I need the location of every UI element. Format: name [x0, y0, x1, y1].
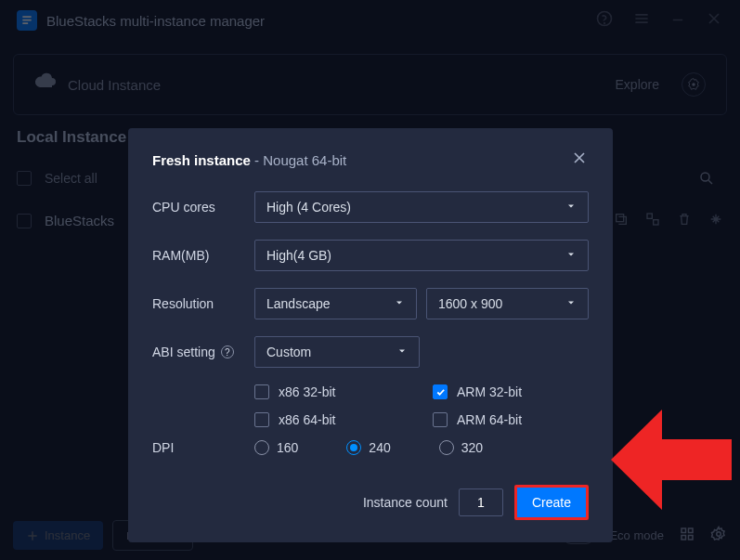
abi-select[interactable]: Custom	[254, 336, 420, 368]
close-icon[interactable]	[570, 149, 589, 171]
chevron-down-icon	[396, 345, 408, 359]
grid-icon[interactable]	[679, 526, 695, 546]
chevron-down-icon	[565, 200, 577, 215]
svg-rect-8	[689, 528, 694, 533]
instance-count-input[interactable]	[459, 488, 503, 516]
help-icon[interactable]: ?	[221, 345, 234, 358]
svg-point-1	[604, 23, 605, 24]
svg-rect-4	[617, 215, 624, 222]
svg-rect-6	[654, 220, 658, 225]
cpu-cores-select[interactable]: High (4 Cores)	[254, 191, 589, 223]
cpu-label: CPU cores	[152, 200, 254, 215]
chevron-down-icon	[394, 296, 405, 311]
select-all-checkbox[interactable]	[17, 171, 32, 186]
cloud-settings-icon[interactable]	[682, 72, 706, 97]
ram-label: RAM(MB)	[152, 248, 254, 263]
action-icon[interactable]	[645, 212, 660, 229]
svg-rect-10	[689, 535, 694, 540]
cloud-instance-bar: Cloud Instance Explore	[13, 54, 727, 115]
dpi-240-radio[interactable]: 240	[346, 440, 390, 455]
abi-label: ABI setting ?	[152, 345, 254, 359]
dialog-title: Fresh instance - Nougat 64-bit	[152, 152, 346, 168]
svg-point-3	[701, 173, 709, 181]
x86-64bit-checkbox[interactable]: x86 64-bit	[254, 412, 375, 427]
app-logo	[17, 10, 37, 31]
resolution-select[interactable]: 1600 x 900	[426, 288, 589, 319]
search-icon[interactable]	[690, 162, 723, 195]
new-instance-button[interactable]: Instance	[13, 521, 103, 550]
orientation-select[interactable]: Landscape	[254, 288, 417, 319]
arm-32bit-checkbox[interactable]: ARM 32-bit	[433, 384, 553, 399]
chevron-down-icon	[565, 248, 577, 263]
fresh-instance-dialog: Fresh instance - Nougat 64-bit CPU cores…	[128, 128, 613, 542]
cloud-instance-label: Cloud Instance	[68, 77, 161, 93]
explore-link[interactable]: Explore	[616, 77, 659, 92]
delete-icon[interactable]	[677, 212, 692, 229]
action-icon[interactable]	[708, 212, 723, 229]
arm-64bit-checkbox[interactable]: ARM 64-bit	[433, 412, 553, 427]
chevron-down-icon	[565, 296, 577, 311]
eco-mode-label: Eco mode	[609, 528, 664, 542]
svg-rect-5	[647, 214, 652, 218]
x86-32bit-checkbox[interactable]: x86 32-bit	[254, 384, 375, 399]
instance-count-label: Instance count	[363, 495, 448, 510]
help-icon[interactable]	[595, 9, 614, 32]
cloud-icon	[34, 72, 57, 98]
select-all-label: Select all	[45, 171, 97, 186]
svg-point-2	[692, 83, 695, 86]
menu-icon[interactable]	[632, 9, 651, 32]
settings-icon[interactable]	[710, 526, 727, 546]
instance-name: BlueStacks	[45, 213, 114, 228]
window-title: BlueStacks multi-instance manager	[46, 13, 586, 29]
svg-rect-9	[682, 535, 686, 540]
svg-rect-7	[682, 528, 686, 533]
dpi-160-radio[interactable]: 160	[254, 440, 298, 455]
row-checkbox[interactable]	[17, 214, 32, 228]
action-icon[interactable]	[614, 212, 629, 229]
dpi-label: DPI	[152, 440, 254, 455]
svg-point-11	[717, 531, 721, 536]
resolution-label: Resolution	[152, 296, 254, 311]
create-button[interactable]: Create	[514, 485, 589, 520]
ram-select[interactable]: High(4 GB)	[254, 240, 589, 271]
minimize-icon[interactable]	[669, 10, 686, 31]
close-icon[interactable]	[705, 9, 723, 32]
dpi-320-radio[interactable]: 320	[439, 440, 483, 455]
